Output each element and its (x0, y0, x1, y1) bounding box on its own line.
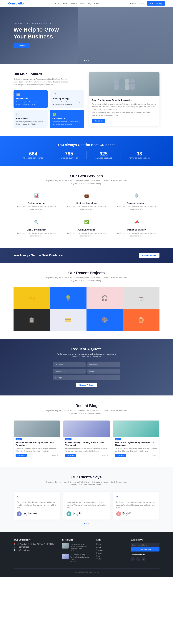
footer-link-contact[interactable]: Contact (96, 558, 125, 560)
feature-card-capital: 💹 Capital Market Far far away, behind th… (50, 110, 84, 128)
blog-read-more-1[interactable]: Read More (15, 454, 27, 457)
brand-logo[interactable]: Consolution (8, 2, 25, 5)
author-name-3: Mark Huff (123, 512, 131, 514)
project-item-8[interactable]: 🍺 (123, 309, 160, 331)
svg-point-6 (130, 78, 135, 84)
guidance-banner2: You Always Get the Best Guidance Request… (0, 248, 173, 262)
quote-lastname[interactable] (87, 362, 120, 367)
nav-blog[interactable]: Blog (88, 2, 91, 4)
author-role-2: Developer (73, 514, 82, 516)
footer-link-projects[interactable]: Projects (96, 552, 125, 554)
capital-text: Far far away, behind the word mountains,… (52, 121, 81, 125)
author-2: H Harvey Doe Developer (66, 512, 107, 516)
brand-name-accent: solution (14, 2, 25, 5)
hero-section: TOGROW TALENT TOMORROW SUCCESS We Help t… (0, 7, 173, 64)
hero-dot-1[interactable] (84, 60, 85, 61)
org-text: Far far away, behind the word mountains,… (16, 101, 45, 105)
projects-subtitle: Separated they live in a small river nam… (46, 276, 127, 282)
blog-meta-3: Lorem · 1 (152, 454, 158, 456)
success-story-text1: Far far away, behind the word mountains,… (92, 103, 157, 111)
project-item-5[interactable]: 📋 (13, 309, 50, 331)
nav-home[interactable]: Home (55, 2, 59, 4)
nav-contact[interactable]: Contact (94, 2, 100, 4)
blog-read-more-3[interactable]: Read More (115, 454, 126, 457)
google-icon[interactable]: g (142, 557, 146, 561)
blog-content-1: Finance And Legal Working Streams Occur … (14, 441, 60, 458)
avatar-3: M (116, 512, 121, 516)
author-3: M Mark Huff Manager (116, 512, 156, 516)
stats-row: 684 PROJECTS COMPLETED 785 SATISFIED CUS… (13, 151, 160, 159)
contact-us-button[interactable]: Contact Us (92, 119, 105, 123)
audit-title: Audit & Evaluation (66, 228, 107, 231)
subscribe-button[interactable]: Subscribe Now! (131, 548, 160, 552)
quote-phone[interactable] (87, 369, 120, 374)
footer-grid: Have a Questions? 📍 198 West 21th Street… (13, 539, 160, 564)
testimonial-dot-3[interactable] (88, 523, 89, 524)
subscribe-email-input[interactable] (131, 543, 160, 547)
blog-card-1: Jan 11 Finance And Legal Working Streams… (13, 420, 60, 459)
quote-firstname[interactable] (53, 362, 86, 367)
testimonial-dots (13, 523, 160, 524)
consulting-icon: 💼 (83, 193, 90, 200)
svg-rect-7 (130, 84, 135, 90)
testimonial-dot-1[interactable] (84, 523, 85, 524)
facebook-icon[interactable]: f (131, 557, 135, 561)
cta-button[interactable]: Start Consulting (147, 1, 165, 6)
services-title: Our Best Services (13, 174, 160, 178)
project-item-6[interactable]: 💳 (50, 309, 86, 331)
quote-message[interactable] (53, 375, 120, 380)
hero-dot-2[interactable] (86, 60, 87, 61)
testimonial-2: " Far far away, behind the word mountain… (63, 492, 110, 520)
stat-customers-label: SATISFIED CUSTOMER (59, 157, 78, 159)
footer-col-blog: Recent Blog Given that data you are poss… (62, 539, 91, 564)
footer-col-links: Links Home About Services Projects Blog … (96, 539, 125, 564)
blog-read-more-2[interactable]: Read More (65, 454, 76, 457)
nav-projects[interactable]: Projects (71, 2, 77, 4)
blog-post-title-3: Finance And Legal Working Streams Occur … (115, 441, 158, 446)
hero-dot-3[interactable] (88, 60, 89, 61)
footer-link-home[interactable]: Home (96, 543, 125, 545)
testimonial-dot-2[interactable] (86, 523, 87, 524)
stat-customers-number: 785 (59, 151, 78, 157)
blog-meta-2: Lorem · 1 (102, 454, 108, 456)
footer-link-blog[interactable]: Blog (96, 555, 125, 557)
capital-icon: 💹 (52, 113, 81, 116)
blog-subtitle: Separated they live in a small river nam… (46, 409, 127, 415)
service-insurance: 🛡️ Business Insurance Far far away, behi… (114, 190, 160, 213)
project-item-4[interactable]: ☕ (123, 288, 160, 309)
blog-title: Recent Blog (13, 404, 160, 408)
blog-card-2: Jan 11 Finance And Legal Working Streams… (63, 420, 110, 459)
footer-phone-text: +1 123 456 7890 (17, 546, 29, 548)
project-item-1[interactable]: 👐 (13, 288, 50, 309)
testimonial-3: " Far far away, behind the word mountain… (113, 492, 160, 520)
marketing-icon: 📈 (52, 93, 81, 96)
quote-email[interactable] (53, 369, 86, 374)
project-item-7[interactable]: 🎨 (86, 309, 123, 331)
business-analysis-icon: 📊 (33, 193, 40, 200)
footer-blog-title: Recent Blog (62, 539, 91, 541)
author-info-2: Harvey Doe Developer (73, 512, 82, 516)
nav-team[interactable]: Team (80, 2, 84, 4)
success-story-text2: A small river named Duden flows by their… (92, 112, 157, 117)
project-item-3[interactable]: 🎧 (86, 288, 123, 309)
nav-about[interactable]: About (63, 2, 67, 4)
email-icon: ✉ (130, 2, 131, 4)
quote-mark-1: " (17, 495, 57, 500)
footer-email-icon: ✉️ (13, 549, 15, 551)
features-text: On the way she met a story. The copy nam… (13, 78, 70, 86)
marketing-strategy-icon: 📣 (133, 220, 140, 227)
footer-blog-img-1 (62, 543, 69, 548)
blog-footer-3: Read More Lorem · 1 (115, 454, 158, 457)
feature-card-org: 🏢 Organisation Far far away, behind the … (13, 90, 48, 108)
stat-projects-number: 684 (23, 151, 43, 157)
copyright-text: Copyright ©2018 All rights reserved (13, 571, 160, 573)
footer-link-about[interactable]: About (96, 546, 125, 548)
quote-submit-button[interactable]: Request A Quote (76, 382, 97, 387)
request-quote-button[interactable]: Request a Quote (139, 253, 160, 258)
nav-actions: ✉ Email 📞 Call Start Consulting (130, 1, 165, 6)
service-business-analysis: 📊 Business Analysis Far far away, behind… (13, 190, 59, 213)
twitter-icon[interactable]: t (136, 557, 140, 561)
project-item-2[interactable]: 💡 (50, 288, 86, 309)
footer-link-services[interactable]: Services (96, 549, 125, 551)
hero-cta-button[interactable]: Our Services (13, 43, 30, 48)
